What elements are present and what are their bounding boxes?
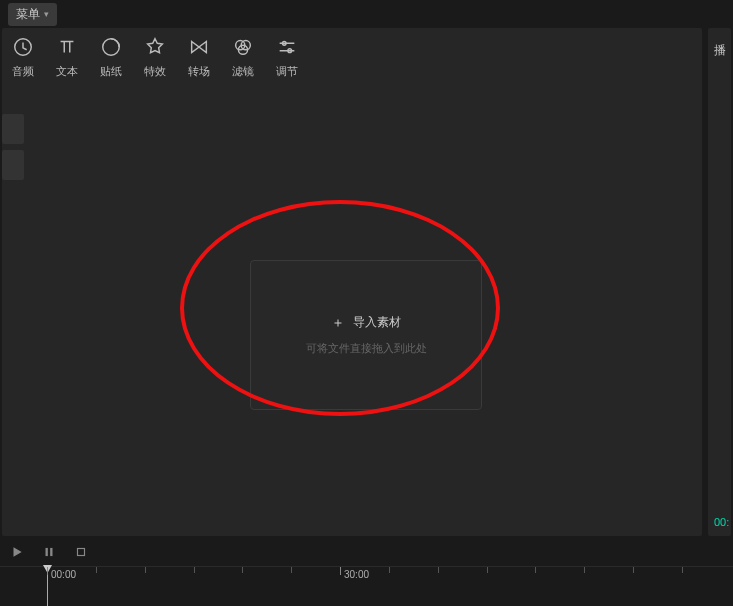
tool-text-label: 文本 <box>56 64 78 79</box>
play-icon[interactable] <box>10 545 24 559</box>
timeline-tick-minor <box>535 567 536 573</box>
timeline-tick-minor <box>194 567 195 573</box>
timeline-tick-minor <box>438 567 439 573</box>
timeline-tick-minor <box>242 567 243 573</box>
stop-icon[interactable] <box>74 545 88 559</box>
preview-time: 00: <box>714 516 729 528</box>
tool-audio-label: 音频 <box>12 64 34 79</box>
toolbar: 音频 文本 贴纸 特效 <box>2 28 702 79</box>
menu-label: 菜单 <box>16 6 40 23</box>
adjust-icon <box>276 36 298 60</box>
timeline-ruler[interactable]: 00:0030:00 <box>0 566 733 596</box>
timeline-tick-major <box>47 567 48 575</box>
timeline-tick-label: 00:00 <box>51 569 76 580</box>
pause-icon[interactable] <box>42 545 56 559</box>
tool-filter-label: 滤镜 <box>232 64 254 79</box>
timeline-tick-minor <box>145 567 146 573</box>
tool-transition-label: 转场 <box>188 64 210 79</box>
plus-icon <box>331 316 345 330</box>
import-title: 导入素材 <box>353 314 401 331</box>
timeline-tick-minor <box>584 567 585 573</box>
import-title-row: 导入素材 <box>331 314 401 331</box>
preview-panel: 播 00: <box>708 28 731 536</box>
tool-adjust[interactable]: 调节 <box>276 36 298 79</box>
media-panel: 音频 文本 贴纸 特效 <box>2 28 702 536</box>
svg-rect-8 <box>50 548 52 556</box>
tool-transition[interactable]: 转场 <box>188 36 210 79</box>
timeline-tick-major <box>340 567 341 575</box>
svg-rect-9 <box>78 549 85 556</box>
left-nav-item[interactable] <box>2 114 24 144</box>
track-area[interactable] <box>0 595 733 605</box>
tool-effects-label: 特效 <box>144 64 166 79</box>
text-icon <box>56 36 78 60</box>
timeline-tick-minor <box>682 567 683 573</box>
timeline-tick-label: 30:00 <box>344 569 369 580</box>
tool-effects[interactable]: 特效 <box>144 36 166 79</box>
timeline-area: 00:0030:00 <box>0 540 733 606</box>
audio-icon <box>12 36 34 60</box>
menu-bar: 菜单 ▾ <box>0 0 733 28</box>
import-subtitle: 可将文件直接拖入到此处 <box>306 341 427 356</box>
timeline-tick-minor <box>96 567 97 573</box>
left-nav-strip <box>2 114 24 180</box>
tool-filter[interactable]: 滤镜 <box>232 36 254 79</box>
filter-icon <box>232 36 254 60</box>
chevron-down-icon: ▾ <box>44 9 49 19</box>
left-nav-item[interactable] <box>2 150 24 180</box>
timeline-tick-minor <box>291 567 292 573</box>
transition-icon <box>188 36 210 60</box>
tool-audio[interactable]: 音频 <box>12 36 34 79</box>
timeline-tick-minor <box>633 567 634 573</box>
preview-header: 播 <box>708 28 731 73</box>
playback-controls <box>0 540 733 564</box>
sticker-icon <box>100 36 122 60</box>
timeline-tick-minor <box>389 567 390 573</box>
timeline-tick-minor <box>487 567 488 573</box>
tool-sticker[interactable]: 贴纸 <box>100 36 122 79</box>
tool-text[interactable]: 文本 <box>56 36 78 79</box>
tool-sticker-label: 贴纸 <box>100 64 122 79</box>
svg-rect-7 <box>46 548 48 556</box>
tool-adjust-label: 调节 <box>276 64 298 79</box>
effects-icon <box>144 36 166 60</box>
import-dropzone[interactable]: 导入素材 可将文件直接拖入到此处 <box>250 260 482 410</box>
menu-button[interactable]: 菜单 ▾ <box>8 3 57 26</box>
main-row: 音频 文本 贴纸 特效 <box>0 28 733 536</box>
